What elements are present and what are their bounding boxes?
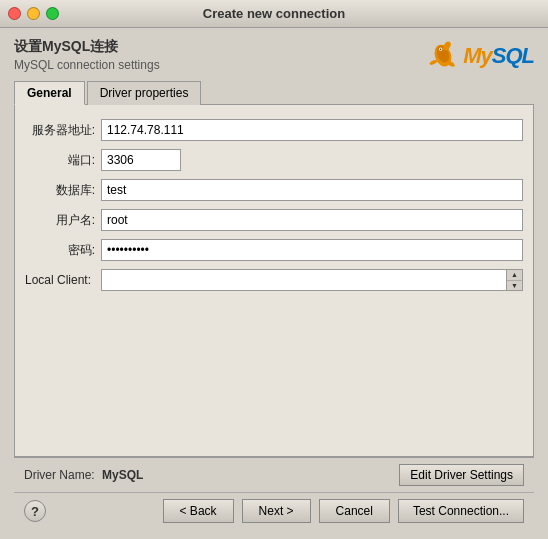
tab-general[interactable]: General <box>14 81 85 105</box>
spinner-down-icon[interactable]: ▼ <box>507 281 522 291</box>
password-input[interactable] <box>101 239 523 261</box>
back-button[interactable]: < Back <box>163 499 234 523</box>
server-address-row: 服务器地址: <box>25 119 523 141</box>
local-client-spinner[interactable]: ▲ ▼ <box>507 269 523 291</box>
form-panel: 服务器地址: 端口: 数据库: 用户名: 密码: Local Client: <box>14 105 534 457</box>
page-subtitle: 设置MySQL连接 <box>14 38 160 56</box>
mysql-logo: MySQL <box>421 38 534 74</box>
username-label: 用户名: <box>25 212 95 229</box>
minimize-button[interactable] <box>27 7 40 20</box>
database-row: 数据库: <box>25 179 523 201</box>
server-address-label: 服务器地址: <box>25 122 95 139</box>
bottom-bar: ? < Back Next > Cancel Test Connection..… <box>14 492 534 529</box>
test-connection-button[interactable]: Test Connection... <box>398 499 524 523</box>
svg-point-4 <box>440 48 442 50</box>
driver-name-label: Driver Name: MySQL <box>24 468 143 482</box>
database-label: 数据库: <box>25 182 95 199</box>
password-label: 密码: <box>25 242 95 259</box>
port-input[interactable] <box>101 149 181 171</box>
close-button[interactable] <box>8 7 21 20</box>
password-row: 密码: <box>25 239 523 261</box>
page-description: MySQL connection settings <box>14 58 160 72</box>
local-client-row: Local Client: ▲ ▼ <box>25 269 523 291</box>
next-button[interactable]: Next > <box>242 499 311 523</box>
mysql-logo-text: MySQL <box>463 43 534 69</box>
title-bar: Create new connection <box>0 0 548 28</box>
header-area: 设置MySQL连接 MySQL connection settings MySQ… <box>14 38 534 74</box>
database-input[interactable] <box>101 179 523 201</box>
bottom-wrapper: ? < Back Next > Cancel Test Connection..… <box>14 492 534 529</box>
edit-driver-settings-button[interactable]: Edit Driver Settings <box>399 464 524 486</box>
header-left: 设置MySQL连接 MySQL connection settings <box>14 38 160 72</box>
tab-bar: General Driver properties <box>14 80 534 105</box>
window-controls[interactable] <box>8 7 59 20</box>
cancel-button[interactable]: Cancel <box>319 499 390 523</box>
spinner-up-icon[interactable]: ▲ <box>507 270 522 281</box>
bottom-buttons: < Back Next > Cancel Test Connection... <box>163 499 524 523</box>
server-address-input[interactable] <box>101 119 523 141</box>
help-button[interactable]: ? <box>24 500 46 522</box>
port-row: 端口: <box>25 149 523 171</box>
mysql-dolphin-icon <box>423 38 463 74</box>
local-client-label: Local Client: <box>25 273 101 287</box>
username-row: 用户名: <box>25 209 523 231</box>
driver-name-bar: Driver Name: MySQL Edit Driver Settings <box>14 457 534 492</box>
username-input[interactable] <box>101 209 523 231</box>
tab-driver-properties[interactable]: Driver properties <box>87 81 202 105</box>
window-title: Create new connection <box>203 6 345 21</box>
driver-name-value: MySQL <box>102 468 143 482</box>
port-label: 端口: <box>25 152 95 169</box>
maximize-button[interactable] <box>46 7 59 20</box>
window-body: 设置MySQL连接 MySQL connection settings MySQ… <box>0 28 548 539</box>
local-client-input[interactable] <box>101 269 507 291</box>
